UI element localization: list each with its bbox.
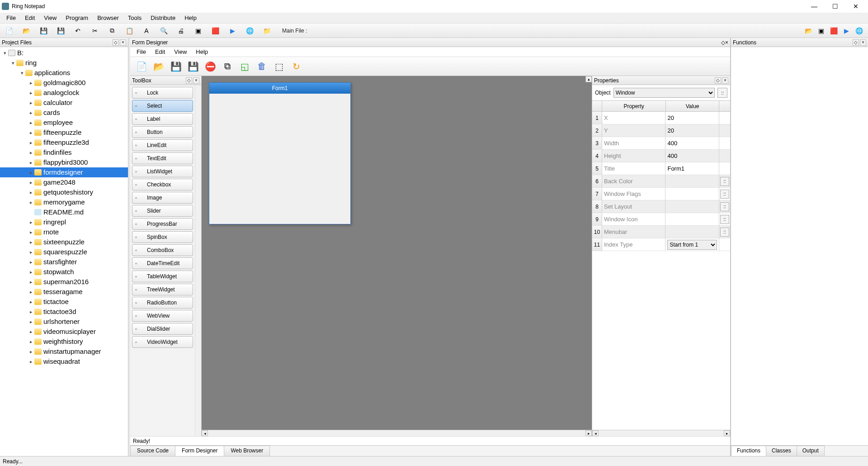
tool-dialslider[interactable]: ▫DialSlider <box>132 323 193 335</box>
tab-classes[interactable]: Classes <box>766 446 797 456</box>
menu-file[interactable]: File <box>2 14 20 22</box>
scroll-right-icon[interactable]: ▸ <box>724 430 730 436</box>
tree-item[interactable]: ▸formdesigner <box>0 167 128 177</box>
tree-item[interactable]: ▸analogclock <box>0 88 128 98</box>
tool-webview[interactable]: ▫WebView <box>132 310 193 322</box>
tool-select[interactable]: ▫Select <box>132 100 193 112</box>
tool-radiobutton[interactable]: ▫RadioButton <box>132 297 193 309</box>
close-panel-icon[interactable]: × <box>860 39 866 46</box>
menu-tools[interactable]: Tools <box>123 14 146 22</box>
menu-browser[interactable]: Browser <box>93 14 123 22</box>
browser2-icon[interactable]: 🌐 <box>853 25 865 36</box>
scrollbar[interactable] <box>195 85 201 436</box>
close-button[interactable]: ✕ <box>845 0 866 13</box>
tree-item[interactable]: ▾applications <box>0 68 128 78</box>
more-button[interactable]: :: <box>720 215 729 224</box>
tree-item[interactable]: ▸tictactoe3d <box>0 307 128 317</box>
index-type-select[interactable]: Start from 1 <box>667 240 717 250</box>
close-panel-icon[interactable]: × <box>193 77 199 84</box>
tree-item[interactable]: ▸getquoteshistory <box>0 187 128 197</box>
tool-progressbar[interactable]: ▫ProgressBar <box>132 218 193 230</box>
tree-item[interactable]: ▸flappybird3000 <box>0 157 128 167</box>
tree-item[interactable]: ▸game2048 <box>0 177 128 187</box>
tree-item[interactable]: ▾ring <box>0 58 128 68</box>
maximize-button[interactable]: ☐ <box>825 0 845 13</box>
tool-videowidget[interactable]: ▫VideoWidget <box>132 336 193 348</box>
tree-item[interactable]: ▸rnote <box>0 227 128 237</box>
open-file-icon[interactable]: 📂 <box>20 25 33 36</box>
minimize-button[interactable]: — <box>804 0 825 13</box>
tool-lock[interactable]: ▫Lock <box>132 87 193 99</box>
tool-label[interactable]: ▫Label <box>132 113 193 125</box>
tab-output[interactable]: Output <box>797 446 825 456</box>
tree-item[interactable]: ▸squarespuzzle <box>0 247 128 257</box>
saveas-icon[interactable]: 💾 <box>54 25 67 36</box>
folder-icon[interactable]: 📁 <box>260 25 273 36</box>
tree-item[interactable]: ▸stopwatch <box>0 267 128 277</box>
pin-icon[interactable]: ◇ <box>113 39 119 46</box>
property-row[interactable]: 5TitleForm1 <box>592 162 730 175</box>
tree-item[interactable]: ▸calculator <box>0 98 128 108</box>
delete-icon[interactable]: ⛔ <box>203 59 218 74</box>
property-row[interactable]: 7Window Flags:: <box>592 188 730 200</box>
tree-item[interactable]: ▸findinfiles <box>0 147 128 157</box>
select-all-icon[interactable]: ⬚ <box>271 59 287 74</box>
tree-item[interactable]: ▸urlshortener <box>0 317 128 327</box>
property-row[interactable]: 11Index TypeStart from 1 <box>592 238 730 251</box>
pin-icon[interactable]: ◇ <box>853 39 859 46</box>
tree-item[interactable]: ▸cards <box>0 108 128 118</box>
tool-treewidget[interactable]: ▫TreeWidget <box>132 284 193 295</box>
tree-item[interactable]: README.md <box>0 207 128 217</box>
close-panel-icon[interactable]: × <box>722 77 728 84</box>
property-row[interactable]: 4Height400 <box>592 150 730 162</box>
tree-item[interactable]: ▸fifteenpuzzle3d <box>0 138 128 147</box>
tree-item[interactable]: ▸winstartupmanager <box>0 347 128 357</box>
tree-item[interactable]: ▸memorygame <box>0 197 128 207</box>
tab-form-designer[interactable]: Form Designer <box>175 446 224 456</box>
new-form-icon[interactable]: 📄 <box>134 59 149 74</box>
send-back-icon[interactable]: ◱ <box>237 59 252 74</box>
more-button[interactable]: :: <box>720 202 729 211</box>
open2-icon[interactable]: 📂 <box>802 25 815 36</box>
tab-source-code[interactable]: Source Code <box>130 446 175 456</box>
collapse-icon[interactable]: ▴ <box>585 76 592 82</box>
font-icon[interactable]: A <box>140 25 153 36</box>
tool-listwidget[interactable]: ▫ListWidget <box>132 166 193 177</box>
scroll-right-icon[interactable]: ▸ <box>585 430 592 436</box>
scrollbar-horizontal[interactable]: ◂ ▸ <box>592 430 730 436</box>
tree-item[interactable]: ▸tictactoe <box>0 297 128 307</box>
property-row[interactable]: 6Back Color:: <box>592 175 730 188</box>
menu-edit[interactable]: Edit <box>20 14 39 22</box>
save-form-icon[interactable]: 💾 <box>168 59 184 74</box>
tree-item[interactable]: ▸goldmagic800 <box>0 78 128 88</box>
tree-item[interactable]: ▸starsfighter <box>0 257 128 267</box>
property-row[interactable]: 3Width400 <box>592 137 730 150</box>
tree-item[interactable]: ▾B: <box>0 48 128 58</box>
property-row[interactable]: 1X20 <box>592 112 730 124</box>
tool-lineedit[interactable]: ▫LineEdit <box>132 139 193 151</box>
tab-web-browser[interactable]: Web Browser <box>224 446 270 456</box>
pin-icon[interactable]: ◇ <box>715 77 721 84</box>
form-window[interactable]: Form1 <box>209 82 351 224</box>
tree-item[interactable]: ▸fifteenpuzzle <box>0 128 128 138</box>
menu-program[interactable]: Program <box>61 14 93 22</box>
duplicate-icon[interactable]: ⧉ <box>220 59 235 74</box>
property-row[interactable]: 8Set Layout:: <box>592 200 730 213</box>
trash-icon[interactable]: 🗑 <box>254 59 269 74</box>
saveas-form-icon[interactable]: 💾 <box>185 59 201 74</box>
save-icon[interactable]: 💾 <box>37 25 50 36</box>
fd-menu-file[interactable]: File <box>132 48 151 56</box>
run2-icon[interactable]: ▶ <box>840 25 853 36</box>
cut-icon[interactable]: ✂ <box>89 25 101 36</box>
terminal2-icon[interactable]: ▣ <box>815 25 827 36</box>
object-more-button[interactable]: :: <box>717 88 727 98</box>
debug2-icon[interactable]: 🟥 <box>827 25 840 36</box>
tree-item[interactable]: ▸wisequadrat <box>0 357 128 366</box>
new-file-icon[interactable]: 📄 <box>3 25 15 36</box>
debug-icon[interactable]: 🟥 <box>209 25 222 36</box>
fd-menu-help[interactable]: Help <box>191 48 212 56</box>
close-panel-icon[interactable]: × <box>725 39 728 46</box>
scroll-left-icon[interactable]: ◂ <box>592 430 599 436</box>
property-row[interactable]: 2Y20 <box>592 124 730 137</box>
fd-menu-view[interactable]: View <box>170 48 191 56</box>
